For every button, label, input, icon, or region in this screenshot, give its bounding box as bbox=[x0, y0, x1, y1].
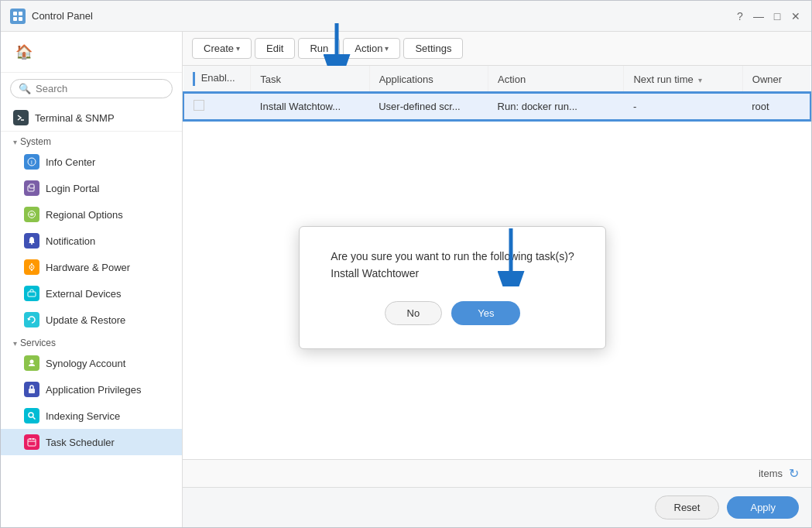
create-dropdown-icon: ▾ bbox=[236, 44, 240, 53]
sidebar-item-task-scheduler-label: Task Scheduler bbox=[46, 437, 115, 448]
th-applications: Applications bbox=[369, 66, 488, 93]
svg-point-13 bbox=[31, 266, 33, 268]
services-section-label: Services bbox=[20, 338, 56, 348]
sidebar-item-regional-label: Regional Options bbox=[46, 209, 123, 221]
create-button[interactable]: Create ▾ bbox=[192, 38, 252, 59]
settings-label: Settings bbox=[415, 43, 451, 54]
collapse-services-icon: ▾ bbox=[13, 339, 17, 348]
hardware-icon bbox=[24, 259, 39, 275]
svg-rect-21 bbox=[28, 439, 36, 446]
settings-button[interactable]: Settings bbox=[403, 38, 463, 59]
titlebar: Control Panel ? — □ ✕ bbox=[1, 1, 811, 32]
synology-account-icon bbox=[24, 355, 39, 371]
dialog-yes-button[interactable]: Yes bbox=[451, 301, 520, 325]
bottom-bar: items ↻ bbox=[183, 459, 811, 487]
action-label: Action bbox=[355, 43, 382, 54]
sidebar-item-privileges-label: Application Privileges bbox=[46, 384, 142, 396]
sidebar-item-login-portal-label: Login Portal bbox=[46, 183, 99, 194]
sidebar-item-info-center-label: Info Center bbox=[46, 156, 95, 168]
sidebar-section-system[interactable]: ▾ System bbox=[1, 132, 182, 149]
sort-icon: ▾ bbox=[698, 76, 702, 84]
indexing-icon bbox=[24, 408, 39, 423]
enable-checkbox[interactable] bbox=[194, 100, 204, 111]
notification-icon bbox=[24, 233, 39, 249]
sidebar-home: 🏠 bbox=[1, 32, 182, 73]
td-owner: root bbox=[742, 93, 810, 120]
svg-rect-1 bbox=[19, 12, 22, 15]
search-box[interactable]: 🔍 bbox=[10, 79, 173, 98]
sidebar-item-synology-account-label: Synology Account bbox=[46, 358, 125, 369]
sidebar-item-indexing[interactable]: Indexing Service bbox=[1, 403, 182, 429]
table-row[interactable]: Install Watchtow... User-defined scr... … bbox=[183, 93, 810, 120]
sidebar-item-hardware[interactable]: Hardware & Power bbox=[1, 254, 182, 280]
th-next-run: Next run time ▾ bbox=[624, 66, 742, 93]
sidebar: 🏠 🔍 Terminal & SNMP ▾ System bbox=[1, 32, 183, 527]
svg-point-19 bbox=[29, 413, 33, 417]
minimize-button[interactable]: — bbox=[752, 10, 765, 22]
sidebar-item-notification[interactable]: Notification bbox=[1, 228, 182, 254]
refresh-icon[interactable]: ↻ bbox=[789, 466, 799, 481]
td-applications: User-defined scr... bbox=[369, 93, 488, 120]
action-button[interactable]: Action ▾ bbox=[343, 38, 400, 59]
system-section-label: System bbox=[20, 136, 51, 147]
apply-button[interactable]: Apply bbox=[727, 496, 799, 519]
update-icon bbox=[24, 312, 39, 327]
sidebar-item-hardware-label: Hardware & Power bbox=[46, 262, 130, 273]
collapse-system-icon: ▾ bbox=[13, 138, 17, 146]
sidebar-item-external-label: External Devices bbox=[46, 288, 122, 300]
sidebar-item-task-scheduler[interactable]: Task Scheduler bbox=[1, 429, 182, 455]
edit-button[interactable]: Edit bbox=[255, 38, 295, 59]
th-task: Task bbox=[251, 66, 369, 93]
footer: Reset Apply bbox=[183, 487, 811, 527]
privileges-icon bbox=[24, 382, 39, 397]
dialog-message: Are you sure you want to run the followi… bbox=[331, 250, 574, 262]
sidebar-item-terminal[interactable]: Terminal & SNMP bbox=[1, 105, 182, 132]
close-button[interactable]: ✕ bbox=[790, 10, 802, 22]
sidebar-item-terminal-label: Terminal & SNMP bbox=[35, 112, 115, 124]
items-label: items bbox=[759, 468, 783, 479]
toolbar: Create ▾ Edit Run Action ▾ Settings bbox=[183, 32, 811, 66]
dialog-no-button[interactable]: No bbox=[385, 301, 443, 325]
sidebar-section-services[interactable]: ▾ Services bbox=[1, 333, 182, 350]
svg-rect-3 bbox=[19, 17, 22, 21]
run-button[interactable]: Run bbox=[298, 38, 340, 59]
app-icon bbox=[10, 9, 26, 24]
svg-rect-0 bbox=[13, 12, 17, 15]
sidebar-item-external[interactable]: External Devices bbox=[1, 280, 182, 307]
svg-rect-11 bbox=[31, 243, 33, 245]
sidebar-item-update[interactable]: Update & Restore bbox=[1, 307, 182, 333]
search-input[interactable] bbox=[36, 83, 164, 94]
info-center-icon: i bbox=[24, 154, 39, 170]
maximize-button[interactable]: □ bbox=[771, 10, 783, 22]
svg-line-20 bbox=[33, 417, 36, 420]
create-label: Create bbox=[204, 43, 234, 54]
action-dropdown-icon: ▾ bbox=[385, 44, 389, 53]
sidebar-item-login-portal[interactable]: Login Portal bbox=[1, 175, 182, 201]
th-action: Action bbox=[488, 66, 624, 93]
run-label: Run bbox=[310, 43, 328, 54]
sidebar-item-application-privileges[interactable]: Application Privileges bbox=[1, 376, 182, 403]
home-icon[interactable]: 🏠 bbox=[13, 41, 35, 63]
terminal-icon bbox=[13, 110, 29, 125]
task-table: Enabl... Task Applications Action bbox=[183, 66, 811, 121]
sidebar-item-notification-label: Notification bbox=[46, 235, 95, 247]
sidebar-item-regional[interactable]: Regional Options bbox=[1, 201, 182, 228]
task-scheduler-icon bbox=[24, 434, 39, 450]
dialog-task-name: Install Watchtower bbox=[331, 267, 574, 279]
login-portal-icon bbox=[24, 180, 39, 196]
window-controls: ? — □ ✕ bbox=[734, 10, 802, 22]
td-enable bbox=[183, 93, 251, 120]
td-task: Install Watchtow... bbox=[251, 93, 369, 120]
th-owner: Owner bbox=[742, 66, 810, 93]
help-button[interactable]: ? bbox=[734, 10, 746, 22]
svg-rect-18 bbox=[29, 389, 35, 393]
sidebar-item-indexing-label: Indexing Service bbox=[46, 410, 120, 422]
sidebar-item-info-center[interactable]: i Info Center bbox=[1, 149, 182, 175]
svg-text:i: i bbox=[31, 159, 33, 166]
external-icon bbox=[24, 286, 39, 301]
sidebar-item-synology-account[interactable]: Synology Account bbox=[1, 350, 182, 376]
reset-button[interactable]: Reset bbox=[655, 495, 720, 519]
confirmation-dialog: Are you sure you want to run the followi… bbox=[299, 226, 605, 349]
td-next-run: - bbox=[624, 93, 742, 120]
app-window: Control Panel ? — □ ✕ 🏠 🔍 bbox=[0, 0, 812, 528]
